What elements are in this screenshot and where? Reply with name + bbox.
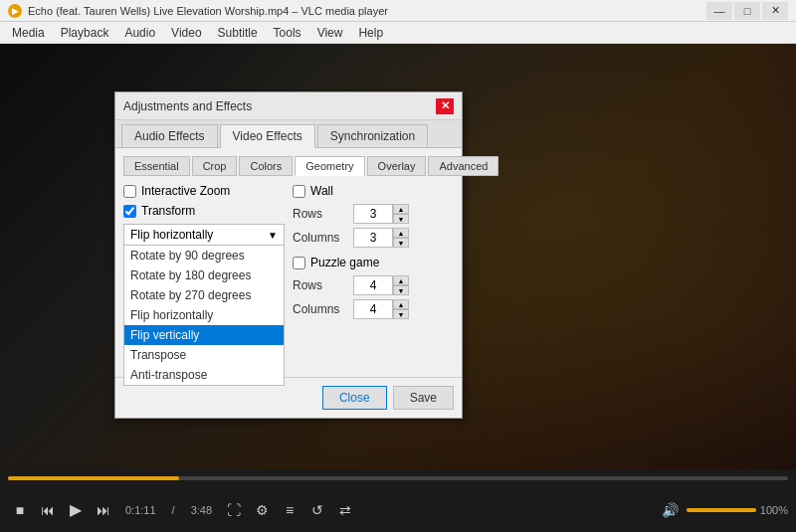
menu-playback[interactable]: Playback — [53, 22, 117, 43]
loop-button[interactable]: ↺ — [305, 498, 329, 522]
puzzle-cols-input[interactable]: 4 — [353, 299, 393, 319]
play-button[interactable]: ▶ — [64, 498, 88, 522]
subtab-advanced[interactable]: Advanced — [428, 156, 498, 176]
subtab-crop[interactable]: Crop — [192, 156, 238, 176]
wall-rows-up-button[interactable]: ▲ — [393, 204, 409, 214]
time-separator: / — [166, 504, 181, 516]
wall-cols-spinbox: 3 ▲ ▼ — [353, 228, 409, 248]
time-total: 3:48 — [185, 504, 218, 516]
menu-subtitle[interactable]: Subtitle — [210, 22, 266, 43]
time-current: 0:1:11 — [119, 504, 162, 516]
puzzle-cols-row: Columns 4 ▲ ▼ — [293, 299, 454, 319]
wall-rows-input[interactable]: 3 — [353, 204, 393, 224]
menubar: Media Playback Audio Video Subtitle Tool… — [0, 22, 796, 44]
prev-button[interactable]: ⏮ — [36, 498, 60, 522]
puzzle-rows-row: Rows 4 ▲ ▼ — [293, 275, 454, 295]
tab-synchronization[interactable]: Synchronization — [317, 124, 428, 147]
transform-checkbox[interactable] — [123, 205, 136, 218]
tab-video-effects[interactable]: Video Effects — [220, 124, 315, 148]
transform-dropdown[interactable]: Flip horizontally ▼ — [123, 224, 285, 246]
puzzle-cols-down-button[interactable]: ▼ — [393, 309, 409, 319]
subtab-overlay[interactable]: Overlay — [367, 156, 427, 176]
maximize-button[interactable]: □ — [734, 2, 760, 20]
dialog-content: Essential Crop Colors Geometry Overlay A… — [115, 148, 462, 377]
puzzle-rows-spinbox: 4 ▲ ▼ — [353, 275, 409, 295]
extended-settings-button[interactable]: ⚙ — [250, 498, 274, 522]
app-icon: ▶ — [8, 4, 22, 18]
wall-rows-row: Rows 3 ▲ ▼ — [293, 204, 454, 224]
content-columns: Interactive Zoom Transform Flip horizont… — [123, 184, 454, 369]
wall-cols-label: Columns — [293, 231, 347, 245]
menu-tools[interactable]: Tools — [266, 22, 309, 43]
dropdown-option-rotate270[interactable]: Rotate by 270 degrees — [124, 285, 284, 305]
volume-fill — [687, 508, 756, 512]
menu-video[interactable]: Video — [163, 22, 209, 43]
puzzle-cols-up-button[interactable]: ▲ — [393, 299, 409, 309]
wall-header: Wall — [293, 184, 454, 198]
subtab-essential[interactable]: Essential — [123, 156, 190, 176]
random-button[interactable]: ⇄ — [333, 498, 357, 522]
wall-cols-up-button[interactable]: ▲ — [393, 228, 409, 238]
wall-label: Wall — [310, 184, 333, 198]
dropdown-option-antitranspose[interactable]: Anti-transpose — [124, 365, 284, 385]
wall-rows-down-button[interactable]: ▼ — [393, 214, 409, 224]
dropdown-option-rotate180[interactable]: Rotate by 180 degrees — [124, 266, 284, 285]
volume-percentage: 100% — [760, 504, 788, 516]
puzzle-cols-label: Columns — [293, 302, 347, 316]
minimize-button[interactable]: — — [706, 2, 732, 20]
dropdown-option-transpose[interactable]: Transpose — [124, 345, 284, 365]
dropdown-list: Rotate by 90 degrees Rotate by 180 degre… — [123, 246, 285, 386]
dropdown-arrow-icon: ▼ — [268, 230, 278, 241]
progress-bar[interactable] — [8, 476, 788, 480]
dropdown-option-flip-v[interactable]: Flip vertically — [124, 325, 284, 345]
dropdown-option-rotate90[interactable]: Rotate by 90 degrees — [124, 246, 284, 266]
wall-rows-label: Rows — [293, 207, 347, 221]
puzzle-rows-input[interactable]: 4 — [353, 275, 393, 295]
puzzle-rows-up-button[interactable]: ▲ — [393, 275, 409, 285]
volume-area: 🔊 100% — [659, 498, 788, 522]
dropdown-selected-value: Flip horizontally — [130, 228, 213, 242]
menu-view[interactable]: View — [309, 22, 351, 43]
menu-media[interactable]: Media — [4, 22, 53, 43]
transform-row: Transform — [123, 204, 285, 218]
subtab-geometry[interactable]: Geometry — [295, 156, 364, 176]
wall-cols-down-button[interactable]: ▼ — [393, 238, 409, 248]
puzzle-cols-spinbox: 4 ▲ ▼ — [353, 299, 409, 319]
interactive-zoom-label: Interactive Zoom — [141, 184, 230, 198]
puzzle-checkbox[interactable] — [293, 257, 305, 269]
wall-rows-spinbox: 3 ▲ ▼ — [353, 204, 409, 224]
save-button[interactable]: Save — [393, 386, 454, 410]
sub-tabs: Essential Crop Colors Geometry Overlay A… — [123, 156, 454, 176]
puzzle-label: Puzzle game — [310, 256, 379, 269]
playlist-button[interactable]: ≡ — [278, 498, 301, 522]
volume-icon[interactable]: 🔊 — [659, 498, 683, 522]
puzzle-section: Puzzle game Rows 4 ▲ ▼ — [293, 256, 454, 319]
dropdown-option-flip-h[interactable]: Flip horizontally — [124, 305, 284, 325]
window-close-button[interactable]: ✕ — [762, 2, 788, 20]
puzzle-rows-down-button[interactable]: ▼ — [393, 285, 409, 295]
puzzle-header: Puzzle game — [293, 256, 454, 269]
dialog-title: Adjustments and Effects — [123, 99, 436, 113]
wall-cols-input[interactable]: 3 — [353, 228, 393, 248]
menu-help[interactable]: Help — [350, 22, 391, 43]
transform-dropdown-container: Flip horizontally ▼ Rotate by 90 degrees… — [123, 224, 285, 246]
close-button[interactable]: Close — [322, 386, 387, 410]
progress-fill — [8, 476, 179, 480]
puzzle-rows-label: Rows — [293, 278, 347, 292]
next-button[interactable]: ⏭ — [92, 498, 115, 522]
dialog-close-button[interactable]: ✕ — [436, 98, 454, 114]
interactive-zoom-checkbox[interactable] — [123, 185, 136, 198]
wall-checkbox[interactable] — [293, 185, 305, 198]
dialog-main-tabs: Audio Effects Video Effects Synchronizat… — [115, 120, 462, 148]
dialog-titlebar: Adjustments and Effects ✕ — [115, 92, 462, 120]
adjustments-effects-dialog: Adjustments and Effects ✕ Audio Effects … — [114, 91, 463, 419]
stop-button[interactable]: ■ — [8, 498, 32, 522]
tab-audio-effects[interactable]: Audio Effects — [121, 124, 218, 147]
transform-label: Transform — [141, 204, 195, 218]
fullscreen-button[interactable]: ⛶ — [222, 498, 246, 522]
volume-slider[interactable] — [687, 508, 756, 512]
window-title: Echo (feat. Tauren Wells) Live Elevation… — [28, 5, 706, 17]
menu-audio[interactable]: Audio — [116, 22, 163, 43]
wall-section: Wall Rows 3 ▲ ▼ — [293, 184, 454, 248]
subtab-colors[interactable]: Colors — [239, 156, 293, 176]
